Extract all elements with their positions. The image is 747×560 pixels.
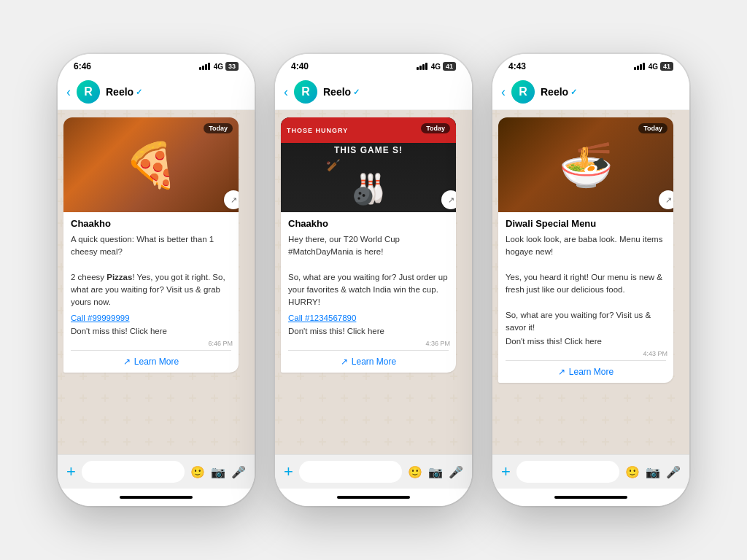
network-type: 4G [649, 63, 658, 71]
home-indicator [58, 489, 255, 506]
camera-icon[interactable]: 📷 [211, 465, 225, 479]
message-time: 4:36 PM [425, 340, 450, 347]
status-icons: 4G 33 [199, 62, 239, 71]
home-indicator [275, 489, 472, 506]
input-action-icons: 🙂 📷 🎤 [190, 465, 246, 479]
avatar: R [511, 80, 535, 104]
add-attachment-button[interactable]: + [501, 462, 511, 481]
learn-more-button[interactable]: ↗ Learn More [63, 351, 239, 373]
home-bar [337, 496, 410, 499]
camera-icon[interactable]: 📷 [646, 465, 660, 479]
message-bubble: Today ↗ Diwali Special Menu Look look lo… [498, 117, 673, 383]
avatar: R [77, 80, 100, 104]
message-content: Chaakho Hey there, our T20 World Cup #Ma… [281, 212, 456, 340]
avatar: R [294, 80, 317, 104]
message-footer: 4:43 PM [498, 350, 673, 360]
share-button[interactable]: ↗ [441, 190, 456, 209]
battery-indicator: 41 [443, 62, 456, 71]
learn-more-button[interactable]: ↗ Learn More [498, 361, 673, 383]
mic-icon[interactable]: 🎤 [666, 465, 681, 479]
message-cta: Don't miss this! Click here [506, 337, 666, 346]
message-title: Chaakho [71, 218, 231, 229]
network-type: 4G [431, 63, 441, 71]
message-input[interactable] [516, 461, 619, 483]
status-time: 4:43 [508, 61, 526, 71]
game-bowl-icon: 🎳 [350, 172, 387, 206]
learn-more-icon: ↗ [558, 367, 565, 377]
phone-phone3: 4:43 4G 41 ‹ R Reelo ✓ Today ↗ Diwali Sp… [492, 54, 689, 506]
share-button[interactable]: ↗ [659, 190, 673, 209]
message-cta: Don't miss this! Click here [288, 327, 449, 335]
message-bubble: THOSE HUNGRY THIS GAME S! 🎳 🏏 Today ↗ Ch… [281, 117, 456, 373]
phone-link[interactable]: Call #1234567890 [288, 314, 449, 322]
status-bar: 4:40 4G 41 [275, 54, 472, 74]
mic-icon[interactable]: 🎤 [231, 465, 246, 479]
contact-name: Reelo ✓ [106, 86, 142, 98]
status-time: 4:40 [291, 61, 309, 71]
learn-more-button[interactable]: ↗ Learn More [281, 351, 456, 373]
sticker-icon[interactable]: 🙂 [408, 465, 422, 479]
share-button[interactable]: ↗ [224, 190, 239, 209]
message-footer: 4:36 PM [281, 340, 456, 350]
today-label: Today [638, 123, 667, 133]
signal-bars-icon [634, 63, 645, 70]
battery-indicator: 41 [660, 62, 673, 71]
back-button[interactable]: ‹ [284, 85, 288, 100]
message-footer: 6:46 PM [63, 340, 239, 350]
signal-bars-icon [199, 63, 210, 70]
verified-badge-icon: ✓ [136, 88, 142, 97]
sticker-icon[interactable]: 🙂 [190, 465, 205, 479]
message-title: Diwali Special Menu [506, 218, 666, 229]
status-bar: 6:46 4G 33 [58, 54, 255, 74]
learn-more-icon: ↗ [123, 357, 131, 367]
mic-icon[interactable]: 🎤 [449, 465, 463, 479]
learn-more-label: Learn More [352, 357, 396, 367]
home-indicator [492, 489, 689, 506]
message-time: 4:43 PM [643, 350, 667, 357]
status-icons: 4G 41 [417, 62, 456, 71]
chat-area: Today ↗ Diwali Special Menu Look look lo… [492, 110, 689, 454]
bottom-bar: + 🙂 📷 🎤 [58, 454, 255, 489]
chat-header: ‹ R Reelo ✓ [275, 74, 472, 110]
message-body: Look look look, are baba look. Menu item… [506, 233, 666, 334]
message-bubble: Today ↗ Chaakho A quick question: What i… [63, 117, 239, 373]
camera-icon[interactable]: 📷 [428, 465, 443, 479]
learn-more-label: Learn More [569, 367, 614, 377]
bottom-bar: + 🙂 📷 🎤 [492, 454, 689, 489]
phone-phone1: 6:46 4G 33 ‹ R Reelo ✓ Today ↗ Chaakho A… [58, 54, 255, 506]
bottom-bar: + 🙂 📷 🎤 [275, 454, 472, 489]
message-cta: Don't miss this! Click here [71, 327, 231, 335]
today-label: Today [204, 123, 233, 133]
message-body: Hey there, our T20 World Cup #MatchDayMa… [288, 233, 449, 309]
home-bar [120, 496, 193, 499]
today-label: Today [421, 123, 450, 133]
signal-bars-icon [417, 63, 427, 70]
chat-header: ‹ R Reelo ✓ [492, 74, 689, 110]
battery-indicator: 33 [225, 62, 239, 71]
chat-area: THOSE HUNGRY THIS GAME S! 🎳 🏏 Today ↗ Ch… [275, 110, 472, 454]
status-bar: 4:43 4G 41 [492, 54, 689, 74]
contact-name: Reelo ✓ [323, 86, 360, 98]
chat-header: ‹ R Reelo ✓ [58, 74, 255, 110]
phone-link[interactable]: Call #99999999 [71, 314, 231, 322]
verified-badge-icon: ✓ [570, 88, 577, 97]
phone-phone2: 4:40 4G 41 ‹ R Reelo ✓ THOSE HUNGRY THIS… [275, 54, 472, 506]
message-content: Chaakho A quick question: What is better… [63, 212, 239, 340]
message-input[interactable] [82, 461, 185, 483]
message-input[interactable] [299, 461, 402, 483]
verified-badge-icon: ✓ [353, 88, 360, 97]
scene: 6:46 4G 33 ‹ R Reelo ✓ Today ↗ Chaakho A… [43, 39, 704, 521]
back-button[interactable]: ‹ [501, 85, 506, 100]
message-title: Chaakho [288, 218, 449, 229]
cricket-bat-icon: 🏏 [326, 158, 341, 172]
add-attachment-button[interactable]: + [66, 462, 76, 481]
back-button[interactable]: ‹ [66, 85, 71, 100]
sticker-icon[interactable]: 🙂 [625, 465, 640, 479]
chat-area: Today ↗ Chaakho A quick question: What i… [58, 110, 255, 454]
learn-more-icon: ↗ [341, 357, 348, 367]
status-time: 6:46 [74, 61, 91, 71]
network-type: 4G [214, 63, 223, 71]
game-subtitle: THIS GAME S! [281, 145, 456, 155]
add-attachment-button[interactable]: + [284, 462, 293, 481]
input-action-icons: 🙂 📷 🎤 [625, 465, 681, 479]
